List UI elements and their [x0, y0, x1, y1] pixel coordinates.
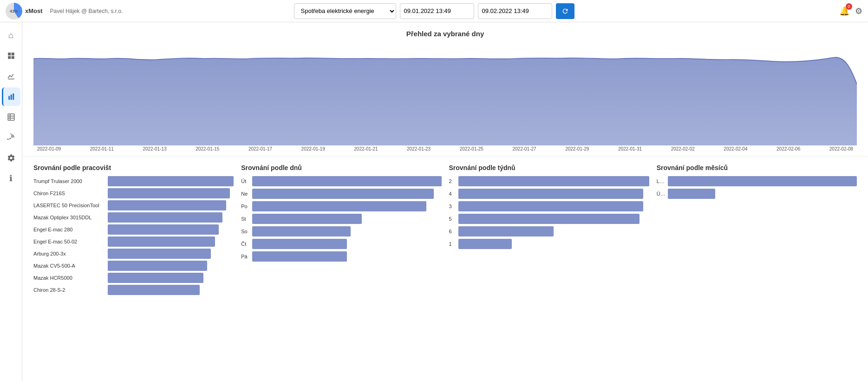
bar-row: Mazak CV5-500-A: [33, 261, 234, 271]
bar-track: [458, 226, 649, 236]
bar-track: [458, 239, 649, 249]
bar-track: [458, 189, 649, 199]
sidebar-item-linechart[interactable]: [2, 67, 20, 85]
sidebar-item-dashboard[interactable]: [2, 46, 20, 65]
bar-row: Chiron F216S: [33, 188, 234, 198]
days-title: Srovnání podle dnů: [241, 164, 441, 171]
bar-label: Chiron 28-S-2: [33, 287, 108, 293]
bar-row: LASERTEC 50 PrecisionTool: [33, 200, 234, 210]
bar-track: [108, 224, 234, 235]
bar-fill: [458, 226, 554, 236]
bar-track: [108, 285, 234, 295]
bar-fill: [252, 239, 347, 249]
bar-label: Úno: [657, 191, 668, 197]
bar-row: Út: [241, 176, 441, 186]
bar-label: Mazak Optiplex 3015DDL: [33, 215, 108, 220]
main-content: Přehled za vybrané dny 2: [22, 22, 868, 381]
refresh-icon: [561, 7, 569, 15]
sidebar-item-cog[interactable]: [2, 149, 20, 167]
sidebar-item-home[interactable]: ⌂: [2, 26, 20, 45]
bar-track: [252, 201, 441, 211]
weeks-bars: 243561: [449, 176, 649, 249]
bar-track: [252, 176, 441, 186]
bar-track: [108, 212, 234, 223]
logo-percent: 41%: [10, 9, 18, 13]
bar-track: [458, 214, 649, 224]
bar-label: Engel E-mac 50-02: [33, 239, 108, 244]
bar-track: [668, 176, 857, 186]
user-label: Pavel Hájek @ Bartech, s.r.o.: [50, 8, 123, 14]
bar-row: Trumpf Trulaser 2000: [33, 176, 234, 186]
sidebar-item-table[interactable]: [2, 108, 20, 126]
svg-rect-1: [11, 53, 14, 55]
workplaces-bars: Trumpf Trulaser 2000Chiron F216SLASERTEC…: [33, 176, 234, 295]
bar-label: 2: [449, 178, 458, 184]
bar-label: LASERTEC 50 PrecisionTool: [33, 203, 108, 208]
bar-fill: [108, 236, 215, 247]
main-layout: ⌂ ℹ Přehled za vybrané dny: [0, 22, 868, 381]
logo-circle: 41%: [6, 3, 22, 20]
bar-label: Led: [657, 178, 668, 184]
bar-row: 1: [449, 239, 649, 249]
weeks-col: Srovnání podle týdnů 243561: [449, 164, 657, 297]
bar-label: 5: [449, 216, 458, 222]
bar-fill: [108, 273, 203, 283]
svg-rect-2: [8, 56, 11, 59]
notification-icon[interactable]: 🔔 0: [839, 6, 849, 16]
bar-row: Po: [241, 201, 441, 211]
sidebar-item-barchart[interactable]: [2, 87, 20, 106]
bar-row: Mazak Optiplex 3015DDL: [33, 212, 234, 223]
svg-rect-8: [8, 114, 14, 120]
workplaces-title: Srovnání podle pracovišt: [33, 164, 234, 171]
bar-label: Chiron F216S: [33, 190, 108, 196]
comparison-section: Srovnání podle pracovišt Trumpf Trulaser…: [22, 157, 868, 304]
bar-fill: [108, 176, 234, 186]
bar-fill: [252, 214, 362, 224]
bar-row: Engel E-mac 280: [33, 224, 234, 235]
bar-row: 3: [449, 201, 649, 211]
refresh-button[interactable]: [556, 3, 574, 19]
logo-area: 41% xMost: [6, 3, 43, 20]
bar-label: Mazak HCR5000: [33, 275, 108, 281]
svg-rect-0: [8, 53, 11, 55]
bar-fill: [458, 239, 512, 249]
bar-track: [108, 236, 234, 247]
bar-fill: [108, 188, 230, 198]
bar-fill: [668, 176, 857, 186]
bar-row: Ne: [241, 189, 441, 199]
bar-row: Mazak HCR5000: [33, 273, 234, 283]
bar-fill: [252, 251, 347, 262]
bar-label: 3: [449, 204, 458, 209]
bar-fill: [668, 189, 715, 199]
bar-row: St: [241, 214, 441, 224]
bar-label: Arburg 200-3x: [33, 251, 108, 256]
metric-dropdown[interactable]: Spotřeba elektrické energie: [294, 3, 396, 19]
weeks-title: Srovnání podle týdnů: [449, 164, 649, 171]
settings-icon[interactable]: ⚙: [855, 6, 862, 16]
workplaces-col: Srovnání podle pracovišt Trumpf Trulaser…: [33, 164, 241, 297]
bar-row: 6: [449, 226, 649, 236]
bar-track: [252, 214, 441, 224]
bar-label: Čt: [241, 241, 252, 247]
months-title: Srovnání podle měsíců: [657, 164, 857, 171]
area-chart-svg: [33, 43, 857, 145]
bar-row: Chiron 28-S-2: [33, 285, 234, 295]
chart-section: Přehled za vybrané dny 2: [22, 22, 868, 157]
days-bars: ÚtNePoStSoČtPá: [241, 176, 441, 262]
svg-rect-3: [11, 56, 14, 59]
sidebar-item-pie[interactable]: [2, 128, 20, 147]
date-from-input[interactable]: [400, 3, 474, 19]
svg-rect-5: [8, 96, 10, 100]
bar-fill: [108, 261, 207, 271]
bar-fill: [458, 214, 640, 224]
bar-label: Engel E-mac 280: [33, 227, 108, 232]
sidebar: ⌂ ℹ: [0, 22, 22, 381]
sidebar-item-info[interactable]: ℹ: [2, 169, 20, 188]
bar-label: So: [241, 229, 252, 234]
bar-track: [108, 188, 234, 198]
bar-fill: [458, 176, 649, 186]
navbar-icons: 🔔 0 ⚙: [839, 6, 862, 16]
date-to-input[interactable]: [478, 3, 552, 19]
bar-row: 2: [449, 176, 649, 186]
bar-track: [252, 189, 441, 199]
